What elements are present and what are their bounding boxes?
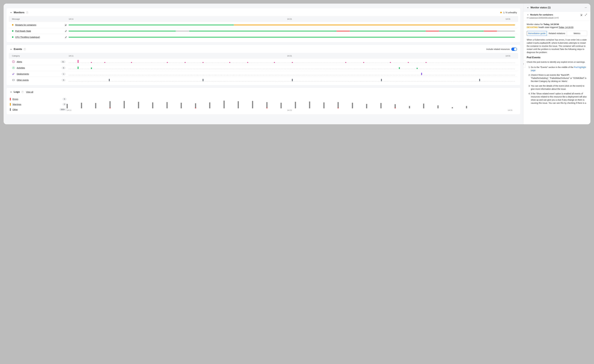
resource-link[interactable]: catalogue-5f4f694f96-b8qd6 [529,17,554,19]
tab-violations[interactable]: Related violations [547,31,567,36]
event-histogram [69,72,515,75]
collapse-handle[interactable] [523,60,526,67]
log-swatch [10,108,11,111]
event-cat-link[interactable]: Activities [17,67,25,69]
log-bar [309,102,310,108]
log-count: 0 [62,103,67,106]
guide-step-3: You can see the details of the event (cl… [531,84,587,91]
status-dot-orange [500,12,502,13]
log-bar [252,101,253,108]
status-dot [12,36,14,38]
app-window: Monitors ? 1 / 6 unhealthy Message 14:11… [4,4,590,124]
logs-panel: Logs ? View all Errors 5 Warnings 0 Othe… [7,88,520,114]
include-related-toggle[interactable] [511,48,517,51]
log-bar [166,102,168,108]
log-category: Other 999+ [10,107,67,112]
event-histogram [69,66,515,69]
monitor-link-restarts[interactable]: Restarts for containers [15,24,36,26]
alert-icon [12,60,15,63]
remediation-guide: When a Kubernetes container has errors, … [527,38,587,105]
log-bar-error [195,108,196,108]
event-cat-link[interactable]: Deployments [17,73,29,75]
event-cat-link[interactable]: Alerts [17,60,22,63]
more-icon[interactable]: ⋯ [585,6,587,9]
event-row: Activities 6 [9,65,518,71]
log-cat-link[interactable]: Warnings [13,103,21,105]
help-icon[interactable]: ? [26,11,28,14]
logs-title: Logs [14,91,20,93]
tab-remediation[interactable]: Remediation guide [527,31,547,36]
guide-step-4: If the 'Show related event' option is en… [531,92,587,105]
events-panel: Events ? Include related resources Categ… [7,45,520,85]
log-bar [338,102,339,108]
log-bar [437,105,439,108]
log-cat-link[interactable]: Other [13,108,18,111]
monitor-timeline [69,30,515,32]
main-column: Monitors ? 1 / 6 unhealthy Message 14:11… [4,4,523,124]
logs-view-all-link[interactable]: View all [26,91,33,93]
log-bar [209,102,210,108]
side-header-title: Monitor status (1) [531,6,551,9]
side-tabs: Remediation guide Related violations Met… [527,31,587,36]
log-swatch [10,98,11,100]
monitor-link-cpu[interactable]: CPU Throttling (catalogue) [15,36,40,38]
log-bar [409,106,410,108]
svg-point-3 [13,62,14,62]
chevron-down-icon[interactable] [527,13,529,16]
chevron-down-icon[interactable] [10,48,12,50]
log-bar [423,104,424,108]
col-category: Category [12,55,69,57]
monitor-timeline [69,36,515,39]
log-cat-link[interactable]: Errors [13,98,18,100]
log-bar [223,101,225,108]
log-bar [266,102,268,108]
svg-point-9 [14,80,14,80]
log-swatch [10,103,11,106]
event-cat-link[interactable]: Other events [17,79,29,81]
monitor-row: CPU Throttling (catalogue) [9,34,518,40]
event-count: 31 [61,60,66,63]
monitor-link-podready[interactable]: Pod Ready State [15,30,31,32]
deviating-line: DEVIATING health state triggered Today, … [527,26,587,28]
event-count: 5 [61,79,66,82]
chevron-down-icon[interactable] [10,91,12,93]
status-dot [12,30,14,32]
svg-point-7 [13,80,13,80]
triggered-time-link[interactable]: Today, 14:16:03 [559,26,574,28]
monitor-timeline [69,23,515,26]
event-row: Alerts 31 [9,59,518,65]
tab-metrics[interactable]: Metrics [567,31,587,36]
unhealthy-count: 1 / 6 unhealthy [503,11,517,14]
event-histogram [69,60,515,63]
logs-categories: Errors 5 Warnings 0 Other 999+ [10,97,67,112]
log-bar [380,103,382,108]
event-row: Other events 5 [9,77,518,83]
pin-icon[interactable] [63,30,69,32]
log-bar [295,102,296,108]
log-bar [81,103,82,108]
expand-icon[interactable] [585,13,587,17]
col-message: Message [12,18,69,20]
side-card-title: Restarts for containers [530,13,553,16]
event-histogram [69,78,515,82]
event-count: 6 [61,66,66,69]
event-row: Deployments 1 [9,71,518,77]
log-bar [466,106,467,108]
help-icon[interactable]: ? [21,91,24,93]
log-count: 999+ [59,108,67,111]
chevron-down-icon[interactable] [527,6,529,9]
unpin-icon[interactable] [580,13,583,17]
log-bar [67,104,68,108]
include-related-label: Include related resources [486,48,510,50]
unpin-icon[interactable] [63,24,69,26]
events-time-axis: 14:11 14:21 14:31 [69,55,515,57]
monitor-row: Restarts for containers [9,22,518,28]
guide-step-2: Check if there is are events like "BackO… [531,73,587,83]
help-icon[interactable]: ? [24,48,26,50]
side-panel: Monitor status (1) ⋯ Restarts for contai… [523,4,590,124]
log-bar [138,102,139,108]
monitors-health-summary: 1 / 6 unhealthy [500,11,517,14]
pin-icon[interactable] [63,36,69,39]
chevron-down-icon[interactable] [10,11,12,14]
log-bar [281,103,282,108]
